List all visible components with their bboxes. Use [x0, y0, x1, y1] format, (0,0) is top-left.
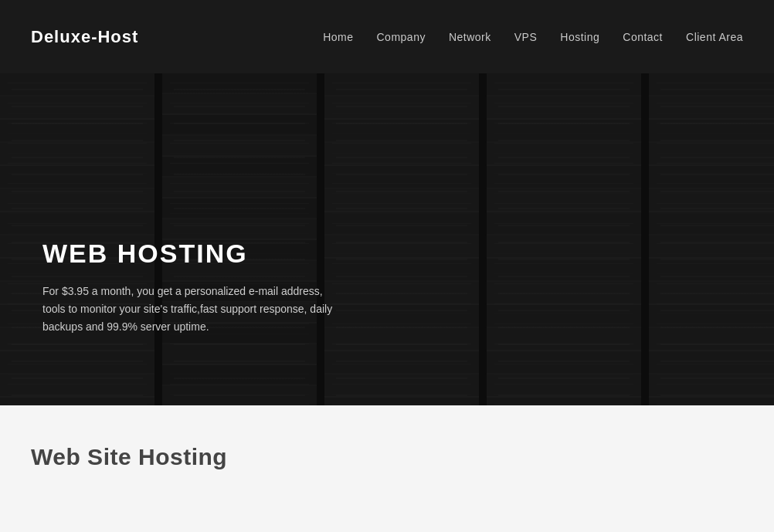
brand-logo[interactable]: Deluxe-Host	[31, 27, 138, 47]
nav-item-wrapper-3: VPS	[514, 30, 538, 44]
hero-description: For $3.95 a month, you get a personalize…	[42, 283, 336, 336]
nav-item-wrapper-2: Network	[449, 30, 491, 44]
hero-content: WEB HOSTING For $3.95 a month, you get a…	[42, 239, 336, 336]
nav-item-wrapper-0: Home	[323, 30, 353, 44]
nav-item-hosting[interactable]: Hosting	[560, 31, 599, 43]
nav-item-home[interactable]: Home	[323, 31, 353, 43]
nav-menu: HomeCompanyNetworkVPSHostingContactClien…	[323, 30, 743, 44]
navbar: Deluxe-Host HomeCompanyNetworkVPSHosting…	[0, 0, 774, 73]
nav-item-client-area[interactable]: Client Area	[686, 31, 743, 43]
nav-item-contact[interactable]: Contact	[623, 31, 663, 43]
hero-title: WEB HOSTING	[42, 239, 336, 269]
nav-item-wrapper-1: Company	[377, 30, 426, 44]
nav-item-vps[interactable]: VPS	[514, 31, 538, 43]
hero-section: WEB HOSTING For $3.95 a month, you get a…	[0, 73, 774, 405]
nav-item-wrapper-6: Client Area	[686, 30, 743, 44]
section-title: Web Site Hosting	[31, 444, 743, 470]
content-section: Web Site Hosting	[0, 405, 774, 532]
nav-item-wrapper-4: Hosting	[560, 30, 599, 44]
nav-item-company[interactable]: Company	[377, 31, 426, 43]
nav-item-network[interactable]: Network	[449, 31, 491, 43]
nav-item-wrapper-5: Contact	[623, 30, 663, 44]
